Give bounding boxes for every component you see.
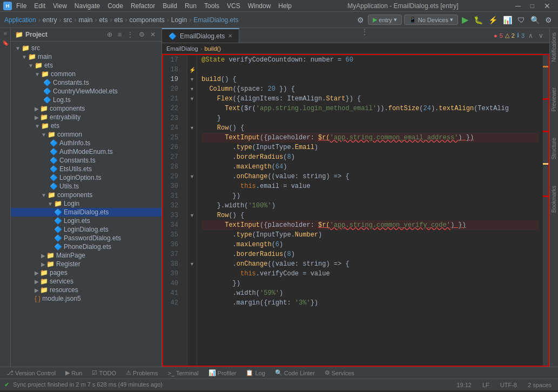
debug-btn[interactable]: 🐛 <box>472 14 485 26</box>
tab-profiler[interactable]: 📊 Profiler <box>204 368 241 377</box>
encoding-indicator[interactable]: UTF-8 <box>498 382 519 388</box>
fold-24-icon[interactable]: ▼ <box>189 125 196 131</box>
tree-item-register[interactable]: ▶📁Register <box>11 260 162 268</box>
tree-item-authinfo[interactable]: 🔷AuthInfo.ts <box>11 139 162 147</box>
tab-emaildialog[interactable]: 🔷 EmailDialog.ets ✕ <box>162 28 239 43</box>
devices-dropdown-btn[interactable]: 📱 No Devices ▾ <box>404 15 458 25</box>
bookmarks-icon[interactable]: 🔖 <box>1 38 9 48</box>
tree-item-login-ets[interactable]: 🔷Login.ets <box>11 217 162 225</box>
fold-19-icon[interactable]: ▼ <box>189 77 196 82</box>
tree-item-loginoption[interactable]: 🔷LoginOption.ts <box>11 173 162 182</box>
breadcrumb-build[interactable]: build() <box>204 45 221 52</box>
tab-log[interactable]: 📋 Log <box>241 368 269 377</box>
tree-item-log-ts[interactable]: 🔷Log.ts <box>11 96 162 104</box>
coverage-btn[interactable]: 🛡 <box>516 14 527 26</box>
breadcrumb-main[interactable]: main <box>78 16 92 24</box>
tree-item-modulejson[interactable]: { }module.json5 <box>11 294 162 303</box>
line-col-indicator[interactable]: 19:12 <box>454 382 474 388</box>
config-dropdown-btn[interactable]: ▶ entry ▾ <box>368 15 401 25</box>
menu-build[interactable]: Build <box>159 1 180 11</box>
breadcrumb-file[interactable]: EmailDialog.ets <box>193 16 238 24</box>
menu-view[interactable]: View <box>50 1 70 11</box>
breadcrumb-components[interactable]: components <box>129 16 164 24</box>
tab-code-linter[interactable]: 🔍 Code Linter <box>271 368 319 377</box>
tree-item-countryviewmodel[interactable]: 🔷CountryViewModel.ets <box>11 87 162 96</box>
tree-item-passworddialog[interactable]: 🔷PasswordDialog.ets <box>11 234 162 242</box>
settings-icon-btn[interactable]: ⚙ <box>355 14 366 26</box>
indent-indicator[interactable]: 2 spaces <box>526 382 554 388</box>
tree-item-src[interactable]: ▼📁src <box>11 44 162 52</box>
breadcrumb-application[interactable]: Application <box>4 16 36 24</box>
tab-more-btn[interactable]: ⋮ <box>357 28 372 43</box>
breadcrumb-emaildialog[interactable]: EmailDialog <box>166 45 198 52</box>
tree-item-constants-ts[interactable]: 🔷Constants.ts <box>11 78 162 87</box>
fold-38-icon[interactable]: ▼ <box>189 261 196 267</box>
tree-item-authmodeenum[interactable]: 🔷AuthModeEnum.ts <box>11 147 162 156</box>
menu-window[interactable]: Window <box>245 1 274 11</box>
menu-file[interactable]: File <box>13 1 30 11</box>
breadcrumb-src[interactable]: src <box>63 16 72 24</box>
structure-icon[interactable]: ≡ <box>1 30 9 37</box>
tree-item-phonedialog[interactable]: 🔷PhoneDialog.ets <box>11 242 162 251</box>
menu-run[interactable]: Run <box>181 1 200 11</box>
line-ending-indicator[interactable]: LF <box>480 382 492 388</box>
close-panel-btn[interactable]: ✕ <box>149 30 157 39</box>
tree-item-services[interactable]: ▶📁services <box>11 277 162 286</box>
tree-item-components2[interactable]: ▼📁components <box>11 191 162 199</box>
menu-refactor[interactable]: Refactor <box>127 1 158 11</box>
tree-options-btn[interactable]: ⋮ <box>125 30 135 39</box>
fold-29-icon[interactable]: ▼ <box>189 174 196 179</box>
tree-item-common2[interactable]: ▼📁common <box>11 130 162 139</box>
tab-todo[interactable]: ☑ TODO <box>88 368 120 377</box>
tree-item-etsutils[interactable]: 🔷EtsUtils.ets <box>11 165 162 173</box>
fold-33-icon[interactable]: ▼ <box>189 213 196 218</box>
search-btn[interactable]: 🔍 <box>529 14 541 26</box>
menu-tools[interactable]: Tools <box>201 1 223 11</box>
tree-item-login-folder[interactable]: ▼📁Login <box>11 199 162 208</box>
tree-item-emaildialog[interactable]: 🔷EmailDialog.ets <box>11 208 162 217</box>
settings-btn[interactable]: ⚙ <box>137 30 146 39</box>
tree-item-common[interactable]: ▼📁common <box>11 70 162 78</box>
tree-item-pages[interactable]: ▶📁pages <box>11 268 162 277</box>
menu-edit[interactable]: Edit <box>31 1 49 11</box>
tree-item-ets2[interactable]: ▼📁ets <box>11 121 162 130</box>
tab-problems[interactable]: ⚠ Problems <box>122 368 162 377</box>
tab-run[interactable]: ▶ Run <box>61 368 86 377</box>
structure-label[interactable]: Structure <box>550 136 558 162</box>
menu-navigate[interactable]: Navigate <box>71 1 103 11</box>
maximize-btn[interactable]: □ <box>526 1 539 11</box>
tree-item-resources[interactable]: ▶📁resources <box>11 286 162 294</box>
tree-item-entryability[interactable]: ▶📁entryability <box>11 113 162 121</box>
code-editor-content[interactable]: @State verifyCodeCountdown: number = 60 … <box>197 55 543 366</box>
collapse-errors-btn[interactable]: ∨ <box>537 31 545 40</box>
previewer-label[interactable]: Previewer <box>550 85 558 113</box>
tree-item-mainpage[interactable]: ▶📁MainPage <box>11 251 162 260</box>
tree-item-utils[interactable]: 🔷Utils.ts <box>11 182 162 191</box>
tab-close-btn[interactable]: ✕ <box>228 33 232 39</box>
tree-item-logindialog[interactable]: 🔷LoginDialog.ets <box>11 225 162 234</box>
fold-21-icon[interactable]: ▼ <box>189 96 196 102</box>
expand-errors-btn[interactable]: ∧ <box>527 31 535 40</box>
gear-btn[interactable]: ⚙ <box>543 14 554 26</box>
menu-vcs[interactable]: VCS <box>224 1 244 11</box>
minimize-btn[interactable]: ─ <box>511 1 525 11</box>
tree-item-ets-top[interactable]: ▼📁ets <box>11 61 162 70</box>
tab-services[interactable]: ⚙ Services <box>320 368 359 377</box>
tree-item-components-top[interactable]: ▶📁components <box>11 104 162 113</box>
breadcrumb-entry[interactable]: entry <box>43 16 57 24</box>
notifications-label[interactable]: Notifications <box>550 30 558 64</box>
fold-20-icon[interactable]: ▼ <box>189 86 196 92</box>
bookmarks-label[interactable]: Bookmarks <box>550 184 558 215</box>
tab-version-control[interactable]: ⎇ Version Control <box>2 368 60 377</box>
right-scroll-gutter[interactable] <box>543 55 548 366</box>
attach-btn[interactable]: ⚡ <box>487 14 499 26</box>
menu-help[interactable]: Help <box>275 1 295 11</box>
tab-terminal[interactable]: >_ Terminal <box>163 369 203 377</box>
run-btn[interactable]: ▶ <box>460 13 470 26</box>
add-content-btn[interactable]: ⊕ <box>105 30 114 39</box>
close-btn[interactable]: ✕ <box>540 1 555 11</box>
profile-btn[interactable]: 📊 <box>501 14 514 26</box>
breadcrumb-ets2[interactable]: ets <box>114 16 123 24</box>
breadcrumb-ets1[interactable]: ets <box>99 16 107 24</box>
collapse-all-btn[interactable]: ≡ <box>116 30 123 39</box>
